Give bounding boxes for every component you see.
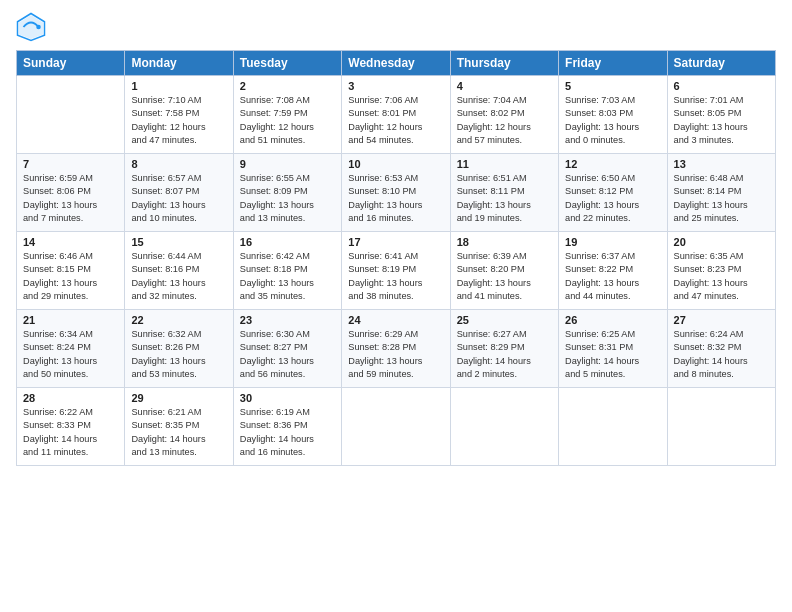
- day-cell: 15Sunrise: 6:44 AMSunset: 8:16 PMDayligh…: [125, 232, 233, 310]
- col-header-tuesday: Tuesday: [233, 51, 341, 76]
- day-info: Sunrise: 6:37 AMSunset: 8:22 PMDaylight:…: [565, 250, 660, 303]
- day-cell: 22Sunrise: 6:32 AMSunset: 8:26 PMDayligh…: [125, 310, 233, 388]
- day-number: 17: [348, 236, 443, 248]
- day-number: 27: [674, 314, 769, 326]
- day-info: Sunrise: 6:29 AMSunset: 8:28 PMDaylight:…: [348, 328, 443, 381]
- day-number: 19: [565, 236, 660, 248]
- day-number: 8: [131, 158, 226, 170]
- day-info: Sunrise: 6:24 AMSunset: 8:32 PMDaylight:…: [674, 328, 769, 381]
- col-header-wednesday: Wednesday: [342, 51, 450, 76]
- day-cell: 23Sunrise: 6:30 AMSunset: 8:27 PMDayligh…: [233, 310, 341, 388]
- col-header-saturday: Saturday: [667, 51, 775, 76]
- day-info: Sunrise: 6:53 AMSunset: 8:10 PMDaylight:…: [348, 172, 443, 225]
- day-cell: 3Sunrise: 7:06 AMSunset: 8:01 PMDaylight…: [342, 76, 450, 154]
- day-number: 23: [240, 314, 335, 326]
- day-number: 28: [23, 392, 118, 404]
- day-number: 11: [457, 158, 552, 170]
- day-info: Sunrise: 6:30 AMSunset: 8:27 PMDaylight:…: [240, 328, 335, 381]
- day-cell: 9Sunrise: 6:55 AMSunset: 8:09 PMDaylight…: [233, 154, 341, 232]
- column-headers: SundayMondayTuesdayWednesdayThursdayFrid…: [17, 51, 776, 76]
- day-cell: 21Sunrise: 6:34 AMSunset: 8:24 PMDayligh…: [17, 310, 125, 388]
- day-info: Sunrise: 6:22 AMSunset: 8:33 PMDaylight:…: [23, 406, 118, 459]
- day-number: 2: [240, 80, 335, 92]
- logo-icon: [16, 12, 46, 42]
- day-cell: [667, 388, 775, 466]
- week-row-4: 21Sunrise: 6:34 AMSunset: 8:24 PMDayligh…: [17, 310, 776, 388]
- day-cell: 5Sunrise: 7:03 AMSunset: 8:03 PMDaylight…: [559, 76, 667, 154]
- day-number: 6: [674, 80, 769, 92]
- day-info: Sunrise: 6:48 AMSunset: 8:14 PMDaylight:…: [674, 172, 769, 225]
- day-number: 3: [348, 80, 443, 92]
- day-number: 14: [23, 236, 118, 248]
- day-cell: 13Sunrise: 6:48 AMSunset: 8:14 PMDayligh…: [667, 154, 775, 232]
- day-info: Sunrise: 6:51 AMSunset: 8:11 PMDaylight:…: [457, 172, 552, 225]
- day-cell: 14Sunrise: 6:46 AMSunset: 8:15 PMDayligh…: [17, 232, 125, 310]
- day-info: Sunrise: 6:25 AMSunset: 8:31 PMDaylight:…: [565, 328, 660, 381]
- day-number: 26: [565, 314, 660, 326]
- day-cell: 10Sunrise: 6:53 AMSunset: 8:10 PMDayligh…: [342, 154, 450, 232]
- col-header-thursday: Thursday: [450, 51, 558, 76]
- day-number: 13: [674, 158, 769, 170]
- day-cell: 4Sunrise: 7:04 AMSunset: 8:02 PMDaylight…: [450, 76, 558, 154]
- day-cell: [450, 388, 558, 466]
- day-cell: 6Sunrise: 7:01 AMSunset: 8:05 PMDaylight…: [667, 76, 775, 154]
- week-row-1: 1Sunrise: 7:10 AMSunset: 7:58 PMDaylight…: [17, 76, 776, 154]
- day-cell: 27Sunrise: 6:24 AMSunset: 8:32 PMDayligh…: [667, 310, 775, 388]
- week-row-5: 28Sunrise: 6:22 AMSunset: 8:33 PMDayligh…: [17, 388, 776, 466]
- day-info: Sunrise: 6:59 AMSunset: 8:06 PMDaylight:…: [23, 172, 118, 225]
- day-info: Sunrise: 6:34 AMSunset: 8:24 PMDaylight:…: [23, 328, 118, 381]
- day-cell: 20Sunrise: 6:35 AMSunset: 8:23 PMDayligh…: [667, 232, 775, 310]
- day-number: 12: [565, 158, 660, 170]
- day-info: Sunrise: 6:27 AMSunset: 8:29 PMDaylight:…: [457, 328, 552, 381]
- day-cell: 11Sunrise: 6:51 AMSunset: 8:11 PMDayligh…: [450, 154, 558, 232]
- day-number: 16: [240, 236, 335, 248]
- day-info: Sunrise: 7:08 AMSunset: 7:59 PMDaylight:…: [240, 94, 335, 147]
- day-number: 9: [240, 158, 335, 170]
- day-info: Sunrise: 7:01 AMSunset: 8:05 PMDaylight:…: [674, 94, 769, 147]
- day-number: 5: [565, 80, 660, 92]
- day-cell: 18Sunrise: 6:39 AMSunset: 8:20 PMDayligh…: [450, 232, 558, 310]
- day-number: 7: [23, 158, 118, 170]
- day-info: Sunrise: 6:41 AMSunset: 8:19 PMDaylight:…: [348, 250, 443, 303]
- day-info: Sunrise: 6:55 AMSunset: 8:09 PMDaylight:…: [240, 172, 335, 225]
- day-number: 22: [131, 314, 226, 326]
- day-cell: 26Sunrise: 6:25 AMSunset: 8:31 PMDayligh…: [559, 310, 667, 388]
- svg-point-2: [36, 25, 41, 30]
- day-info: Sunrise: 6:19 AMSunset: 8:36 PMDaylight:…: [240, 406, 335, 459]
- day-number: 20: [674, 236, 769, 248]
- day-cell: 2Sunrise: 7:08 AMSunset: 7:59 PMDaylight…: [233, 76, 341, 154]
- day-number: 21: [23, 314, 118, 326]
- week-row-3: 14Sunrise: 6:46 AMSunset: 8:15 PMDayligh…: [17, 232, 776, 310]
- day-cell: 17Sunrise: 6:41 AMSunset: 8:19 PMDayligh…: [342, 232, 450, 310]
- day-info: Sunrise: 7:10 AMSunset: 7:58 PMDaylight:…: [131, 94, 226, 147]
- day-info: Sunrise: 6:44 AMSunset: 8:16 PMDaylight:…: [131, 250, 226, 303]
- day-cell: 1Sunrise: 7:10 AMSunset: 7:58 PMDaylight…: [125, 76, 233, 154]
- day-info: Sunrise: 6:32 AMSunset: 8:26 PMDaylight:…: [131, 328, 226, 381]
- col-header-friday: Friday: [559, 51, 667, 76]
- day-number: 30: [240, 392, 335, 404]
- day-info: Sunrise: 6:50 AMSunset: 8:12 PMDaylight:…: [565, 172, 660, 225]
- day-cell: 28Sunrise: 6:22 AMSunset: 8:33 PMDayligh…: [17, 388, 125, 466]
- day-number: 15: [131, 236, 226, 248]
- day-info: Sunrise: 6:39 AMSunset: 8:20 PMDaylight:…: [457, 250, 552, 303]
- day-cell: 7Sunrise: 6:59 AMSunset: 8:06 PMDaylight…: [17, 154, 125, 232]
- day-number: 18: [457, 236, 552, 248]
- day-number: 4: [457, 80, 552, 92]
- day-info: Sunrise: 6:57 AMSunset: 8:07 PMDaylight:…: [131, 172, 226, 225]
- calendar-table: SundayMondayTuesdayWednesdayThursdayFrid…: [16, 50, 776, 466]
- day-number: 10: [348, 158, 443, 170]
- day-info: Sunrise: 7:03 AMSunset: 8:03 PMDaylight:…: [565, 94, 660, 147]
- day-number: 1: [131, 80, 226, 92]
- day-number: 24: [348, 314, 443, 326]
- day-cell: 25Sunrise: 6:27 AMSunset: 8:29 PMDayligh…: [450, 310, 558, 388]
- day-cell: 24Sunrise: 6:29 AMSunset: 8:28 PMDayligh…: [342, 310, 450, 388]
- day-info: Sunrise: 6:35 AMSunset: 8:23 PMDaylight:…: [674, 250, 769, 303]
- page: SundayMondayTuesdayWednesdayThursdayFrid…: [0, 0, 792, 612]
- day-cell: 16Sunrise: 6:42 AMSunset: 8:18 PMDayligh…: [233, 232, 341, 310]
- day-cell: [17, 76, 125, 154]
- day-info: Sunrise: 6:21 AMSunset: 8:35 PMDaylight:…: [131, 406, 226, 459]
- day-cell: 19Sunrise: 6:37 AMSunset: 8:22 PMDayligh…: [559, 232, 667, 310]
- day-cell: 29Sunrise: 6:21 AMSunset: 8:35 PMDayligh…: [125, 388, 233, 466]
- day-info: Sunrise: 7:06 AMSunset: 8:01 PMDaylight:…: [348, 94, 443, 147]
- day-cell: [342, 388, 450, 466]
